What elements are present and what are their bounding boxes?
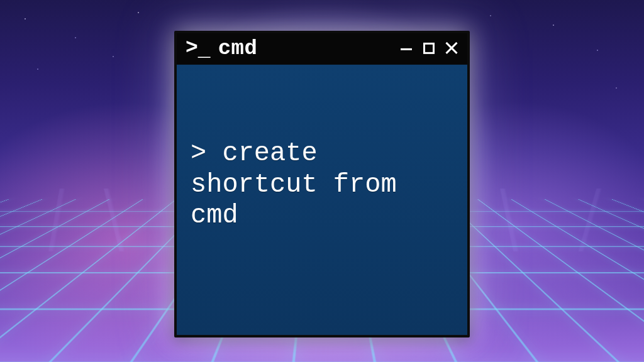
command-text: create shortcut from cmd — [191, 138, 413, 231]
window-title: cmd — [218, 36, 258, 60]
command-line: > create shortcut from cmd — [191, 138, 453, 232]
terminal-icon: >_ — [186, 37, 209, 59]
terminal-window: >_ cmd > create shortcut from cmd — [174, 31, 470, 337]
maximize-button[interactable] — [422, 41, 436, 55]
close-button[interactable] — [445, 41, 458, 55]
window-controls — [399, 41, 458, 55]
minimize-button[interactable] — [399, 41, 413, 55]
titlebar[interactable]: >_ cmd — [177, 33, 467, 65]
terminal-body[interactable]: > create shortcut from cmd — [177, 65, 467, 335]
prompt-symbol: > — [191, 138, 206, 168]
